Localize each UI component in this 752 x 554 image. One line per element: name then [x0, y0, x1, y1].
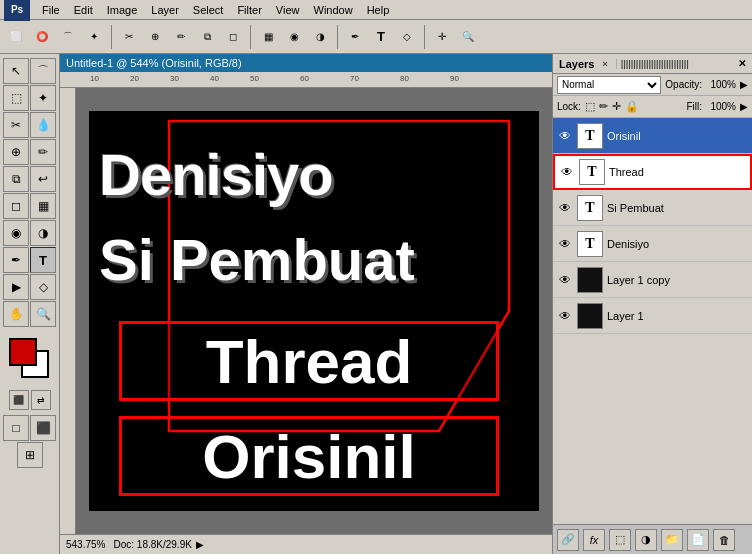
blend-mode-select[interactable]: Normal Multiply Screen Overlay	[557, 76, 661, 94]
switch-colors-btn[interactable]: ⇄	[31, 390, 51, 410]
toolbar-dodge-btn[interactable]: ◑	[308, 25, 332, 49]
layer-vis-layer1copy[interactable]: 👁	[557, 273, 573, 287]
tool-row-3: ✂ 💧	[2, 112, 57, 138]
tool-row-9: ▶ ◇	[2, 274, 57, 300]
toolbar-lasso-btn[interactable]: ⌒	[56, 25, 80, 49]
toolbar-sep-2	[250, 25, 251, 49]
opacity-arrow[interactable]: ▶	[740, 79, 748, 90]
toolbar-sep-4	[424, 25, 425, 49]
toolbar-blur-btn[interactable]: ◉	[282, 25, 306, 49]
tool-heal[interactable]: ⊕	[3, 139, 29, 165]
tool-select-rect[interactable]: ⬚	[3, 85, 29, 111]
ruler-vertical	[60, 88, 76, 534]
layer-vis-denisiyo[interactable]: 👁	[557, 237, 573, 251]
toolbar-select-btn[interactable]: ⬜	[4, 25, 28, 49]
fg-color-swatch[interactable]	[9, 338, 37, 366]
toolbar-sep-1	[111, 25, 112, 49]
menu-file[interactable]: File	[36, 2, 66, 18]
toolbar-text-btn[interactable]: T	[369, 25, 393, 49]
panel-titlebar: Layers × ||||||||||||||||||||||||||| ✕	[553, 54, 752, 74]
tool-brush[interactable]: ✏	[30, 139, 56, 165]
menu-layer[interactable]: Layer	[145, 2, 185, 18]
layer-vis-sipembuat[interactable]: 👁	[557, 201, 573, 215]
toolbar-brush-btn[interactable]: ✏	[169, 25, 193, 49]
layer-item-layer1[interactable]: 👁 Layer 1	[553, 298, 752, 334]
panel-scroll-area: |||||||||||||||||||||||||||	[616, 59, 689, 69]
tool-standard-mode[interactable]: □	[3, 415, 29, 441]
layer-item-orisinil[interactable]: 👁 T Orisinil	[553, 118, 752, 154]
menu-view[interactable]: View	[270, 2, 306, 18]
tool-zoom[interactable]: 🔍	[30, 301, 56, 327]
layer-item-layer1copy[interactable]: 👁 Layer 1 copy	[553, 262, 752, 298]
tool-pen[interactable]: ✒	[3, 247, 29, 273]
panel-group-btn[interactable]: 📁	[661, 529, 683, 551]
default-colors-btn[interactable]: ⬛	[9, 390, 29, 410]
lock-brush-icon[interactable]: ✏	[599, 100, 608, 113]
panel-adjust-btn[interactable]: ◑	[635, 529, 657, 551]
tool-row-6: ◻ ▦	[2, 193, 57, 219]
tool-clone[interactable]: ⧉	[3, 166, 29, 192]
tool-wand[interactable]: ✦	[30, 85, 56, 111]
menu-help[interactable]: Help	[361, 2, 396, 18]
ruler-tick-10: 10	[90, 74, 99, 83]
panel-fx-btn[interactable]: fx	[583, 529, 605, 551]
tool-blur[interactable]: ◉	[3, 220, 29, 246]
blend-mode-row: Normal Multiply Screen Overlay Opacity: …	[553, 74, 752, 96]
tool-history[interactable]: ↩	[30, 166, 56, 192]
layer-item-sipembuat[interactable]: 👁 T Si Pembuat	[553, 190, 752, 226]
toolbar-move-btn[interactable]: ✛	[430, 25, 454, 49]
toolbar-wand-btn[interactable]: ✦	[82, 25, 106, 49]
opacity-value[interactable]: 100%	[706, 79, 736, 90]
menu-filter[interactable]: Filter	[231, 2, 267, 18]
toolbar-heal-btn[interactable]: ⊕	[143, 25, 167, 49]
tool-path-select[interactable]: ▶	[3, 274, 29, 300]
canvas-text-thread: Thread	[119, 321, 499, 401]
toolbar-shape-btn[interactable]: ◇	[395, 25, 419, 49]
tool-shape[interactable]: ◇	[30, 274, 56, 300]
layer-item-thread[interactable]: 👁 T Thread	[553, 154, 752, 190]
tool-move[interactable]: ↖	[3, 58, 29, 84]
tool-screen-mode[interactable]: ⊞	[17, 442, 43, 468]
toolbar-pen-btn[interactable]: ✒	[343, 25, 367, 49]
menu-select[interactable]: Select	[187, 2, 230, 18]
tool-eyedrop[interactable]: 💧	[30, 112, 56, 138]
lock-transparent-icon[interactable]: ⬚	[585, 100, 595, 113]
tool-crop[interactable]: ✂	[3, 112, 29, 138]
tool-quick-mask[interactable]: ⬛	[30, 415, 56, 441]
menu-image[interactable]: Image	[101, 2, 144, 18]
canvas-container[interactable]: Denisiyo Si Pembuat Thread Orisinil	[76, 88, 552, 534]
panel-close-btn[interactable]: ✕	[738, 58, 746, 69]
tool-dodge[interactable]: ◑	[30, 220, 56, 246]
layer-vis-orisinil[interactable]: 👁	[557, 129, 573, 143]
layer-name-layer1: Layer 1	[607, 310, 748, 322]
tool-hand[interactable]: ✋	[3, 301, 29, 327]
toolbar-ellipse-btn[interactable]: ⭕	[30, 25, 54, 49]
panel-new-layer-btn[interactable]: 📄	[687, 529, 709, 551]
toolbar-zoom-btn[interactable]: 🔍	[456, 25, 480, 49]
panel-link-btn[interactable]: 🔗	[557, 529, 579, 551]
fill-value[interactable]: 100%	[706, 101, 736, 112]
status-arrow[interactable]: ▶	[196, 539, 204, 550]
layer-item-denisiyo[interactable]: 👁 T Denisiyo	[553, 226, 752, 262]
toolbar-crop-btn[interactable]: ✂	[117, 25, 141, 49]
toolbar-eraser-btn[interactable]: ◻	[221, 25, 245, 49]
toolbar-gradient-btn[interactable]: ▦	[256, 25, 280, 49]
menu-window[interactable]: Window	[308, 2, 359, 18]
tool-gradient[interactable]: ▦	[30, 193, 56, 219]
fill-arrow[interactable]: ▶	[740, 101, 748, 112]
tool-row-1: ↖ ⌒	[2, 58, 57, 84]
lock-all-icon[interactable]: 🔒	[625, 100, 639, 113]
toolbar-clone-btn[interactable]: ⧉	[195, 25, 219, 49]
menu-edit[interactable]: Edit	[68, 2, 99, 18]
layer-vis-thread[interactable]: 👁	[559, 165, 575, 179]
tool-lasso[interactable]: ⌒	[30, 58, 56, 84]
layer-thumb-thread: T	[579, 159, 605, 185]
panel-trash-btn[interactable]: 🗑	[713, 529, 735, 551]
tool-eraser[interactable]: ◻	[3, 193, 29, 219]
lock-move-icon[interactable]: ✛	[612, 100, 621, 113]
panel-mask-btn[interactable]: ⬚	[609, 529, 631, 551]
layer-name-sipembuat: Si Pembuat	[607, 202, 748, 214]
tool-text[interactable]: T	[30, 247, 56, 273]
ps-logo: Ps	[4, 0, 30, 21]
layer-vis-layer1[interactable]: 👁	[557, 309, 573, 323]
